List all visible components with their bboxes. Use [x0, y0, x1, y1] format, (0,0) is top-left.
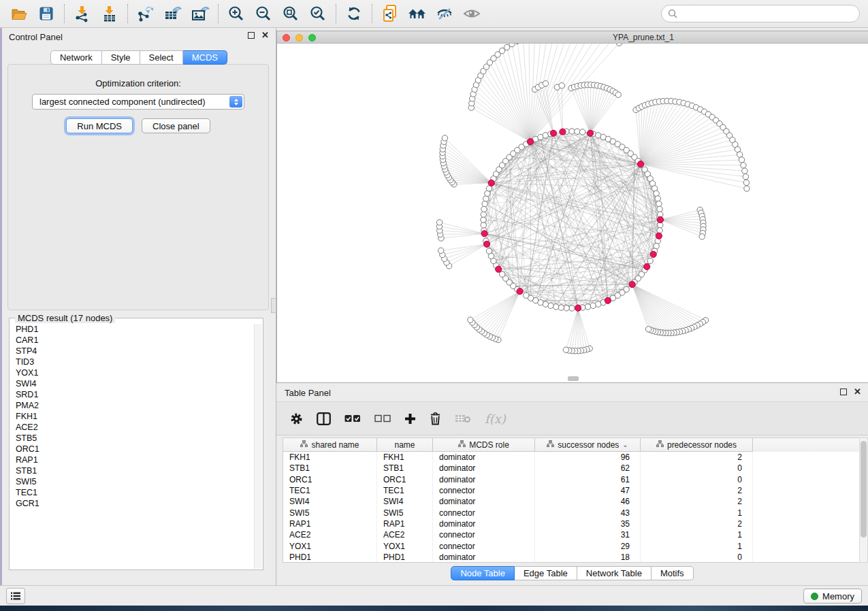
import-network-icon[interactable]	[69, 3, 96, 24]
zoom-fit-icon[interactable]	[277, 3, 304, 24]
criterion-select[interactable]: largest connected component (undirected)	[32, 94, 244, 110]
minimize-window-icon[interactable]	[295, 34, 303, 42]
column-header[interactable]: name	[377, 438, 433, 452]
float-panel-icon[interactable]	[248, 32, 255, 39]
mcds-result-item[interactable]: SWI5	[10, 476, 253, 487]
save-icon[interactable]	[33, 3, 60, 24]
zoom-selected-icon[interactable]	[304, 3, 332, 24]
network-window-title: YPA_prune.txt_1	[613, 33, 674, 42]
clone-network-icon[interactable]	[376, 3, 404, 24]
close-table-panel-icon[interactable]: ✕	[854, 389, 861, 395]
mcds-result-item[interactable]: STP4	[10, 346, 253, 357]
mcds-result-item[interactable]: TEC1	[10, 487, 253, 498]
column-header-label: shared name	[311, 440, 359, 450]
table-cell: RAP1	[377, 518, 433, 529]
open-file-icon[interactable]	[5, 3, 33, 24]
mcds-result-scrollbar[interactable]	[254, 324, 262, 569]
mcds-result-item[interactable]: RAP1	[10, 455, 253, 465]
table-cell: ORC1	[377, 474, 433, 485]
tab-motifs[interactable]: Motifs	[652, 566, 694, 580]
table-row[interactable]: ACE2ACE2connector311	[283, 529, 860, 540]
show-all-eye-icon[interactable]	[458, 3, 485, 24]
tab-network[interactable]: Network	[50, 50, 102, 65]
toolbar-separator	[372, 4, 372, 23]
column-header[interactable]: predecessor nodes	[641, 438, 753, 452]
import-table-icon[interactable]	[96, 3, 123, 24]
refresh-icon[interactable]	[340, 3, 368, 24]
table-row[interactable]: SWI5SWI5connector431	[283, 507, 860, 518]
mcds-result-item[interactable]: CAR1	[10, 335, 253, 346]
mcds-result-item[interactable]: TID3	[10, 357, 253, 367]
export-image-icon[interactable]	[187, 3, 214, 24]
show-columns-icon[interactable]	[317, 412, 331, 425]
table-cell: 18	[535, 552, 641, 563]
mcds-result-item[interactable]: SWI4	[10, 378, 253, 389]
tab-node-table[interactable]: Node Table	[451, 566, 515, 580]
memory-button[interactable]: Memory	[803, 589, 862, 604]
mcds-result-item[interactable]: ORC1	[10, 444, 253, 455]
table-row[interactable]: PHD1PHD1dominator180	[283, 552, 860, 563]
zoom-out-icon[interactable]	[250, 3, 277, 24]
run-mcds-button[interactable]: Run MCDS	[66, 118, 133, 133]
mcds-result-list: PHD1CAR1STP4TID3YOX1SWI4SRD1PMA2FKH1ACE2…	[10, 324, 253, 569]
table-row[interactable]: SWI4SWI4dominator462	[283, 496, 860, 507]
mcds-result-item[interactable]: STB5	[10, 433, 253, 444]
close-window-icon[interactable]	[283, 34, 290, 42]
toolbar-separator	[336, 4, 336, 23]
mcds-result-item[interactable]: ACE2	[10, 422, 253, 433]
table-cell: FKH1	[283, 452, 377, 463]
column-header[interactable]: successor nodes⌄	[535, 438, 641, 452]
table-row[interactable]: ORC1ORC1dominator610	[283, 474, 860, 485]
network-hscroll-thumb[interactable]	[568, 376, 579, 381]
table-row[interactable]: RAP1RAP1dominator352	[283, 518, 860, 529]
mcds-result-item[interactable]: PMA2	[10, 400, 253, 411]
export-network-icon[interactable]	[132, 3, 159, 24]
table-vscrollbar[interactable]	[859, 437, 868, 563]
add-column-icon[interactable]	[404, 413, 416, 425]
control-panel-title: Control Panel	[9, 32, 63, 42]
tab-style[interactable]: Style	[102, 50, 140, 65]
table-cell: STB1	[377, 463, 433, 474]
table-row[interactable]: YOX1YOX1connector291	[283, 540, 860, 551]
mcds-result-item[interactable]: YOX1	[10, 367, 253, 378]
optimization-criterion-label: Optimization criterion:	[8, 78, 268, 88]
table-settings-gear-icon[interactable]	[290, 412, 303, 425]
network-canvas[interactable]	[277, 44, 867, 382]
table-cell: ACE2	[283, 529, 377, 540]
column-header[interactable]: shared name	[283, 438, 377, 452]
tab-mcds[interactable]: MCDS	[183, 50, 227, 65]
table-cell: 2	[641, 518, 753, 529]
table-cell: 35	[535, 518, 641, 529]
zoom-in-icon[interactable]	[223, 3, 250, 24]
export-table-icon[interactable]	[159, 3, 187, 24]
mcds-result-item[interactable]: GCR1	[10, 498, 253, 509]
search-input[interactable]	[681, 9, 853, 19]
close-panel-icon[interactable]: ✕	[261, 32, 269, 39]
column-header[interactable]: MCDS role	[433, 438, 535, 452]
network-window-titlebar[interactable]: YPA_prune.txt_1	[277, 31, 868, 44]
deselect-all-columns-icon[interactable]	[374, 414, 391, 423]
first-neighbors-icon[interactable]	[404, 3, 431, 24]
close-panel-button[interactable]: Close panel	[142, 118, 210, 133]
mcds-result-item[interactable]: FKH1	[10, 411, 253, 422]
mcds-result-item[interactable]: STB1	[10, 465, 253, 476]
table-cell: 0	[641, 463, 753, 474]
table-cell: dominator	[433, 496, 535, 507]
table-row[interactable]: FKH1FKH1dominator962	[283, 452, 860, 463]
mcds-result-item[interactable]: PHD1	[10, 324, 253, 335]
tab-select[interactable]: Select	[140, 50, 183, 65]
float-table-panel-icon[interactable]	[840, 389, 847, 395]
mcds-result-item[interactable]: SRD1	[10, 389, 253, 400]
table-row[interactable]: STB1STB1dominator620	[283, 463, 860, 474]
maximize-window-icon[interactable]	[308, 34, 316, 42]
table-cell: 43	[535, 507, 641, 518]
tab-edge-table[interactable]: Edge Table	[515, 566, 577, 580]
task-history-button[interactable]	[6, 588, 25, 604]
select-all-columns-icon[interactable]	[344, 414, 361, 423]
delete-column-trash-icon[interactable]	[430, 412, 441, 425]
vertical-splitter-handle[interactable]	[271, 298, 276, 313]
hide-selected-eye-icon[interactable]	[431, 3, 458, 24]
tab-network-table[interactable]: Network Table	[577, 566, 652, 580]
node-table-body: FKH1FKH1dominator962STB1STB1dominator620…	[283, 452, 860, 563]
table-row[interactable]: TEC1TEC1connector472	[283, 485, 860, 496]
